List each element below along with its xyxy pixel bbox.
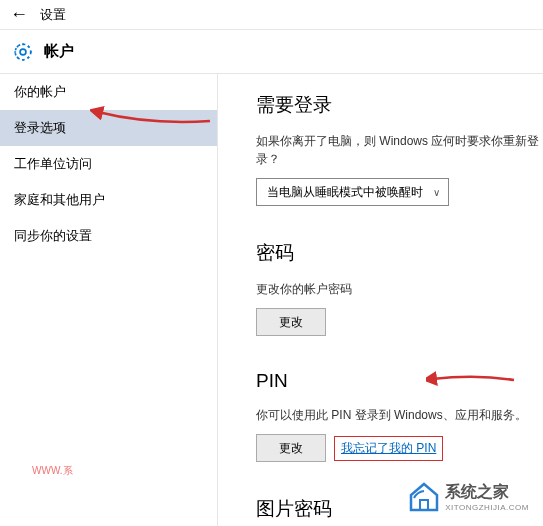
sidebar-item-your-account[interactable]: 你的帐户: [0, 74, 217, 110]
section-desc: 你可以使用此 PIN 登录到 Windows、应用和服务。: [256, 406, 543, 424]
section-desc: 如果你离开了电脑，则 Windows 应何时要求你重新登录？: [256, 132, 543, 168]
sidebar-item-label: 登录选项: [14, 119, 66, 137]
header-title: 设置: [40, 6, 66, 24]
section-title: PIN: [256, 370, 543, 392]
section-title: 密码: [256, 240, 543, 266]
dropdown-value: 当电脑从睡眠模式中被唤醒时: [267, 184, 423, 201]
section-title: 需要登录: [256, 92, 543, 118]
section-password: 密码 更改你的帐户密码 更改: [256, 240, 543, 336]
sidebar-item-signin-options[interactable]: 登录选项: [0, 110, 217, 146]
svg-point-0: [20, 49, 26, 55]
back-arrow-icon[interactable]: ←: [10, 4, 28, 25]
change-pin-button[interactable]: 更改: [256, 434, 326, 462]
section-picture-password: 图片密码 使用喜爱的照片登录到 Windows 添加: [256, 496, 543, 526]
section-login-required: 需要登录 如果你离开了电脑，则 Windows 应何时要求你重新登录？ 当电脑从…: [256, 92, 543, 206]
subheader-title: 帐户: [44, 42, 74, 61]
button-label: 更改: [279, 314, 303, 331]
section-pin: PIN 你可以使用此 PIN 登录到 Windows、应用和服务。 更改 我忘记…: [256, 370, 543, 462]
change-password-button[interactable]: 更改: [256, 308, 326, 336]
section-title: 图片密码: [256, 496, 543, 522]
chevron-down-icon: ∨: [433, 187, 440, 198]
button-label: 更改: [279, 440, 303, 457]
sidebar-item-work-access[interactable]: 工作单位访问: [0, 146, 217, 182]
sidebar-item-label: 你的帐户: [14, 83, 66, 101]
sidebar-item-label: 家庭和其他用户: [14, 191, 105, 209]
forgot-pin-link[interactable]: 我忘记了我的 PIN: [334, 436, 443, 461]
sidebar-item-sync-settings[interactable]: 同步你的设置: [0, 218, 217, 254]
section-desc: 更改你的帐户密码: [256, 280, 543, 298]
login-required-dropdown[interactable]: 当电脑从睡眠模式中被唤醒时 ∨: [256, 178, 449, 206]
main-content: 需要登录 如果你离开了电脑，则 Windows 应何时要求你重新登录？ 当电脑从…: [218, 74, 543, 526]
gear-icon: [12, 41, 34, 63]
link-label: 我忘记了我的 PIN: [341, 441, 436, 455]
sidebar-item-label: 同步你的设置: [14, 227, 92, 245]
sidebar-item-label: 工作单位访问: [14, 155, 92, 173]
sidebar-item-family-users[interactable]: 家庭和其他用户: [0, 182, 217, 218]
sidebar: 你的帐户 登录选项 工作单位访问 家庭和其他用户 同步你的设置: [0, 74, 218, 526]
